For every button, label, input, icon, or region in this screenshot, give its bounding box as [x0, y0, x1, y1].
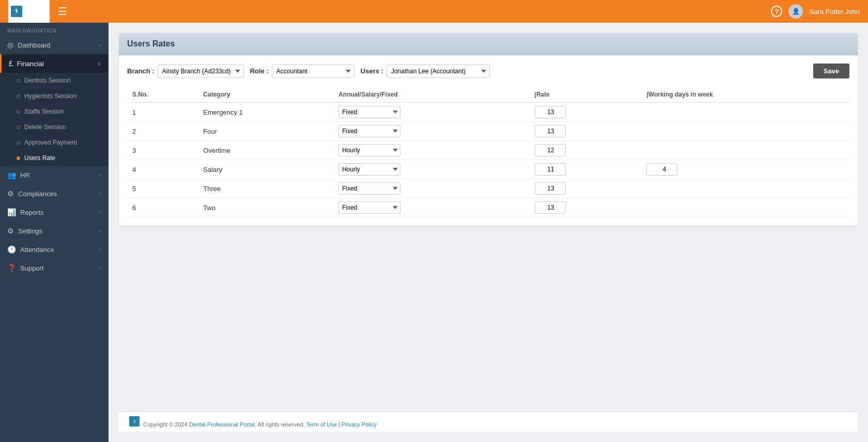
settings-icon: ⚙: [7, 227, 14, 235]
type-select-1[interactable]: FixedHourlyAnnual: [338, 125, 400, 137]
table-header-row: S.No. Category Annual/Salary/Fixed |Rate…: [127, 87, 849, 103]
hamburger-icon[interactable]: ☰: [58, 5, 67, 18]
sidebar-item-label: Settings: [18, 227, 42, 235]
cell-rate[interactable]: [530, 160, 642, 179]
cell-type[interactable]: FixedHourlyAnnual: [333, 179, 529, 198]
cell-type[interactable]: FixedHourlyAnnual: [333, 103, 529, 122]
cell-type[interactable]: FixedHourlyAnnual: [333, 122, 529, 141]
cell-rate[interactable]: [530, 141, 642, 160]
sidebar-item-attendance[interactable]: 🕐 Attendance ›: [0, 240, 109, 259]
sidebar-item-settings[interactable]: ⚙ Settings ›: [0, 222, 109, 240]
dot-icon: [17, 125, 20, 129]
cell-rate[interactable]: [530, 179, 642, 198]
svg-text:DENTAL: DENTAL: [24, 7, 33, 10]
type-select-2[interactable]: FixedHourlyAnnual: [338, 144, 400, 156]
working-days-input-3[interactable]: [646, 163, 677, 176]
type-select-0[interactable]: FixedHourlyAnnual: [338, 106, 400, 118]
footer: ⚕ Copyright © 2024 Dental Professional P…: [119, 412, 858, 432]
table-row: 5 Three FixedHourlyAnnual: [127, 179, 849, 198]
sidebar-item-label: Reports: [20, 209, 44, 216]
chevron-right-icon: ›: [99, 228, 101, 234]
rate-input-4[interactable]: [535, 182, 566, 195]
branch-group: Branch : Ainsty Branch (Ad233cd): [127, 65, 244, 78]
sidebar-item-hygienists-session[interactable]: Hygienists Session: [0, 88, 109, 104]
rate-input-1[interactable]: [535, 125, 566, 137]
svg-text:⚕: ⚕: [133, 419, 136, 424]
sidebar-item-dentists-session[interactable]: Dentists Session: [0, 73, 109, 88]
sidebar-item-financial[interactable]: £ Financial ∨: [0, 54, 109, 73]
footer-company-link[interactable]: Dental Professional Portal.: [189, 421, 256, 428]
type-select-5[interactable]: FixedHourlyAnnual: [338, 201, 400, 214]
sidebar-item-approved-payment[interactable]: Approved Payment: [0, 135, 109, 150]
users-group: Users : Jonathan Lee (Accountant): [361, 65, 490, 78]
submenu-label: Hygienists Session: [24, 92, 76, 100]
dashboard-icon: ◎: [7, 41, 13, 49]
rates-table: S.No. Category Annual/Salary/Fixed |Rate…: [127, 87, 849, 217]
cell-working-days[interactable]: [641, 122, 849, 141]
sidebar-section-label: MAIN NAVIGATION: [0, 23, 109, 36]
cell-sno: 4: [127, 160, 198, 179]
col-sno: S.No.: [127, 87, 198, 103]
save-button[interactable]: Save: [813, 64, 849, 78]
col-rate: |Rate: [530, 87, 642, 103]
type-select-3[interactable]: FixedHourlyAnnual: [338, 163, 400, 176]
rate-input-3[interactable]: [535, 163, 566, 176]
branch-select[interactable]: Ainsty Branch (Ad233cd): [158, 65, 244, 78]
topbar-right: ? 👤 Sara Potter John: [771, 4, 860, 19]
cell-working-days[interactable]: [641, 198, 849, 217]
users-select[interactable]: Jonathan Lee (Accountant): [386, 65, 490, 78]
sidebar-item-label: Dashboard: [18, 41, 51, 49]
sidebar-item-label: Compliances: [18, 190, 57, 198]
avatar: 👤: [788, 4, 803, 19]
footer-privacy-link[interactable]: Privacy Policy: [342, 421, 377, 428]
rate-input-2[interactable]: [535, 144, 566, 156]
sidebar: MAIN NAVIGATION ◎ Dashboard › £ Financia…: [0, 23, 109, 442]
chevron-right-icon: ›: [99, 246, 101, 252]
cell-rate[interactable]: [530, 122, 642, 141]
cell-working-days[interactable]: [641, 179, 849, 198]
cell-rate[interactable]: [530, 198, 642, 217]
logo: ⚕ DENTAL PROFESSIONAL PORTAL: [8, 0, 50, 23]
cell-sno: 2: [127, 122, 198, 141]
content-area: Users Rates Branch : Ainsty Branch (Ad23…: [109, 23, 868, 442]
type-select-4[interactable]: FixedHourlyAnnual: [338, 182, 400, 195]
sidebar-item-staffs-session[interactable]: Staffs Session: [0, 104, 109, 119]
cell-type[interactable]: FixedHourlyAnnual: [333, 160, 529, 179]
rate-input-5[interactable]: [535, 201, 566, 214]
dot-icon: [17, 141, 20, 145]
topbar: ⚕ DENTAL PROFESSIONAL PORTAL ☰ ? 👤 Sara …: [0, 0, 868, 23]
cell-working-days[interactable]: [641, 141, 849, 160]
sidebar-item-users-rate[interactable]: Users Rate: [0, 150, 109, 166]
role-label: Role :: [250, 67, 269, 75]
submenu-label: Users Rate: [24, 154, 55, 162]
rate-input-0[interactable]: [535, 106, 566, 118]
chevron-down-icon: ∨: [97, 60, 101, 67]
main-layout: MAIN NAVIGATION ◎ Dashboard › £ Financia…: [0, 23, 868, 442]
svg-text:PROFESSIONAL: PROFESSIONAL: [24, 10, 41, 13]
role-select[interactable]: Accountant: [272, 65, 354, 78]
footer-term-link[interactable]: Term of Use: [306, 421, 337, 428]
dot-icon: [17, 110, 20, 114]
cell-working-days[interactable]: [641, 160, 849, 179]
sidebar-item-dashboard[interactable]: ◎ Dashboard ›: [0, 36, 109, 54]
cell-type[interactable]: FixedHourlyAnnual: [333, 141, 529, 160]
table-row: 6 Two FixedHourlyAnnual: [127, 198, 849, 217]
cell-working-days[interactable]: [641, 103, 849, 122]
financial-submenu: Dentists Session Hygienists Session Staf…: [0, 73, 109, 166]
col-working-days: |Working days in week: [641, 87, 849, 103]
cell-type[interactable]: FixedHourlyAnnual: [333, 198, 529, 217]
sidebar-item-hr[interactable]: 👥 HR ›: [0, 166, 109, 184]
submenu-label: Staffs Session: [24, 108, 64, 115]
chevron-right-icon: ›: [99, 172, 101, 178]
sidebar-item-reports[interactable]: 📊 Reports ›: [0, 203, 109, 222]
cell-sno: 6: [127, 198, 198, 217]
chevron-right-icon: ›: [99, 42, 101, 48]
cell-rate[interactable]: [530, 103, 642, 122]
help-icon[interactable]: ?: [771, 6, 782, 17]
chevron-right-icon: ›: [99, 209, 101, 215]
sidebar-item-compliances[interactable]: ⚙ Compliances ›: [0, 184, 109, 203]
sidebar-item-delete-session[interactable]: Delete Session: [0, 119, 109, 135]
users-rates-card: Users Rates Branch : Ainsty Branch (Ad23…: [119, 33, 858, 226]
sidebar-item-support[interactable]: ❓ Support ›: [0, 259, 109, 277]
compliances-icon: ⚙: [7, 190, 14, 198]
